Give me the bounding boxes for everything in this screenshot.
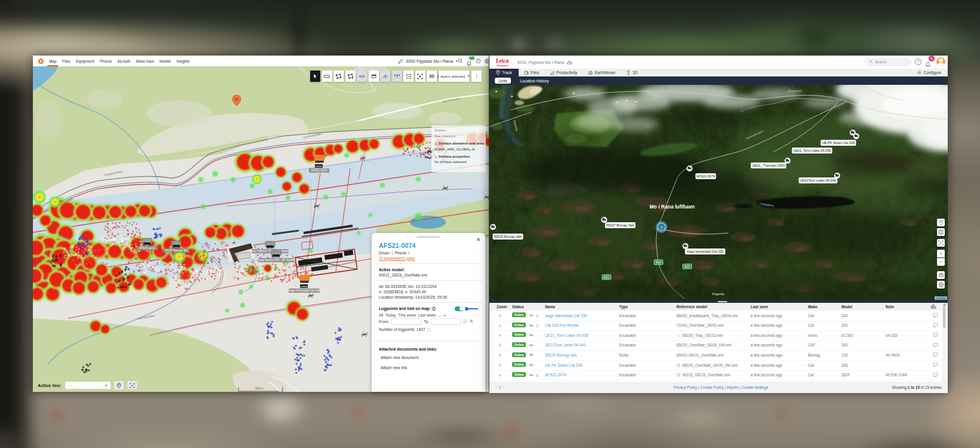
svg-text:Mo i Rana lufthavn: Mo i Rana lufthavn [650,204,695,210]
svg-text:UE21_Tore Lokke 04-035: UE21_Tore Lokke 04-035 [793,149,831,152]
svg-text:Geosystems: Geosystems [497,65,509,67]
svg-text:2: 2 [340,77,341,79]
svg-text:UE21_ Tverrsan 2369: UE21_ Tverrsan 2369 [752,164,785,167]
svg-text:816: 816 [656,260,662,264]
svg-text:Leica: Leica [301,285,307,288]
svg-text:E12: E12 [604,275,610,279]
svg-text:2: 2 [660,225,663,229]
svg-text:Fagerlia: Fagerlia [712,292,725,296]
svg-text:55227 Bomag Vals: 55227 Bomag Vals [607,223,635,227]
svg-text:AFS21-0074: AFS21-0074 [696,174,715,178]
svg-text:200 m: 200 m [255,386,264,390]
svg-text:Leica: Leica [144,243,151,246]
svg-text:Aage Hoverstad Cat 330: Aage Hoverstad Cat 330 [289,289,320,292]
svg-text:Vara Hamre H25i - PK Strøm: Vara Hamre H25i - PK Strøm [258,259,293,262]
svg-text:55225 Bomag Vals: 55225 Bomag Vals [494,235,522,238]
svg-text:55227 Bomag Valt: 55227 Bomag Valt [165,249,188,252]
svg-text:?: ? [477,60,479,63]
svg-text:Leica: Leica [173,246,180,248]
svg-text:AFS21-0074: AFS21-0074 [311,169,327,172]
svg-text:Aage Hoverstad Cat 330: Aage Hoverstad Cat 330 [687,250,723,253]
svg-text:AFS25 GE03: AFS25 GE03 [139,247,155,250]
svg-text:UE PK Strøm Cat 326: UE PK Strøm Cat 326 [822,141,855,145]
svg-text:Leica: Leica [495,58,509,64]
svg-text:Leica: Leica [273,255,280,258]
svg-text:Leica: Leica [316,165,322,168]
svg-text:815: 815 [685,265,690,268]
svg-text:UE21Tore Lokke 04-040: UE21Tore Lokke 04-040 [800,179,836,182]
svg-text:Vava TSM11X 3PM - MS Maskin: Vava TSM11X 3PM - MS Maskin [250,250,290,253]
svg-text:3: 3 [352,77,353,79]
svg-text:Leica: Leica [267,246,274,249]
svg-text:Skogveien: Skogveien [788,89,803,93]
